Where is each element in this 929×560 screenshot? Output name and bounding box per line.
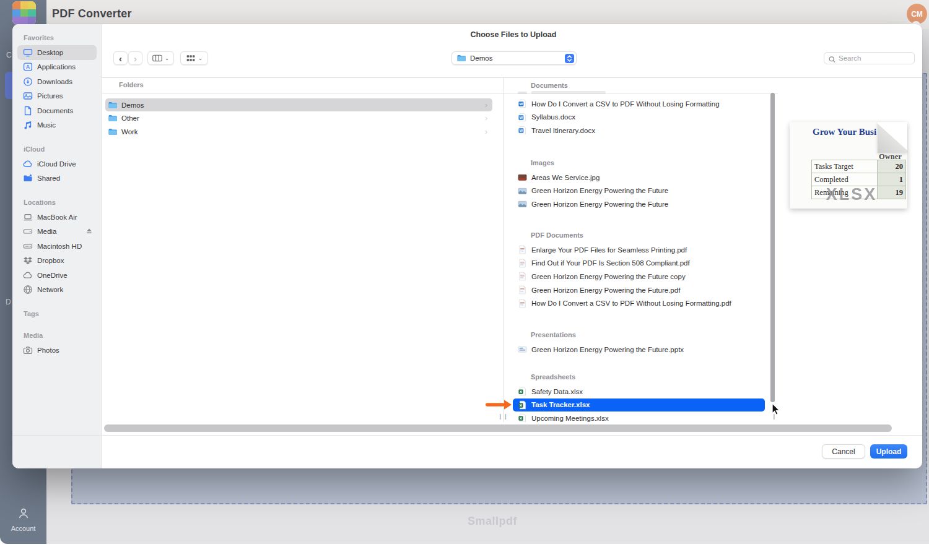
xlsx-watermark: XLSX [802,185,901,204]
sidebar-item-label: Music [37,121,97,129]
file-section-images: ImagesAreas We Service.jpgGreen Horizon … [503,159,778,212]
folder-row-work[interactable]: Work› [105,125,492,138]
thumbnail-table-row: Completed1 [812,173,906,186]
pdf-file-icon [518,285,527,295]
file-name: Syllabus.docx [531,113,575,121]
group-by-button[interactable]: ⌄ [180,51,208,65]
sidebar-item-pictures[interactable]: Pictures [17,89,97,104]
folder-row-demos[interactable]: Demos› [105,98,492,111]
file-section-header: Images [531,159,554,166]
word-file-icon: W [518,113,527,122]
internal-drive-icon [23,241,33,251]
excel-file-icon [518,400,527,410]
file-row[interactable]: Green Horizon Energy Powering the Future [513,197,765,210]
file-row[interactable]: Upcoming Meetings.xlsx [513,411,765,422]
pdf-file-icon [518,272,527,281]
occluded-text-fragment: D [6,298,11,306]
chevron-right-icon: › [485,114,487,123]
chevron-down-icon: ⌄ [198,55,203,61]
file-row[interactable]: Green Horizon Energy Powering the Future… [513,283,765,296]
sidebar-item-label: Dropbox [37,257,97,264]
file-row[interactable]: Green Horizon Energy Powering the Future [513,184,765,197]
pdf-file-icon [518,259,527,268]
sidebar-group-header: Tags [12,310,102,319]
file-row[interactable]: Areas We Service.jpg [513,171,765,184]
photos-camera-icon [23,345,33,355]
shared-folder-icon [23,173,33,183]
mouse-cursor-icon [772,403,780,415]
file-section-documents: DocumentsWHow Do I Convert a CSV to PDF … [503,82,778,139]
back-button[interactable]: ‹ [113,51,128,65]
file-row[interactable]: Green Horizon Energy Powering the Future… [513,343,765,356]
horizontal-scrollbar[interactable] [104,424,892,432]
dropdown-stepper-icon[interactable] [565,54,574,63]
file-section-pdf-documents: PDF DocumentsEnlarge Your PDF Files for … [503,231,778,312]
upload-button[interactable]: Upload [870,444,907,459]
sidebar-item-desktop[interactable]: Desktop [17,45,97,60]
person-icon [16,512,31,523]
sidebar-item-label: iCloud Drive [37,160,97,168]
sidebar-item-shared[interactable]: Shared [17,171,97,186]
cancel-button[interactable]: Cancel [822,444,865,459]
vertical-scrollbar[interactable] [770,93,775,402]
sidebar-item-label: Documents [37,107,97,114]
file-row[interactable]: Safety Data.xlsx [513,385,765,398]
file-row[interactable]: Task Tracker.xlsx [513,398,765,411]
sidebar-item-onedrive[interactable]: OneDrive [17,268,97,283]
file-row[interactable]: WHow Do I Convert a CSV to PDF Without L… [513,97,765,110]
file-name: Upcoming Meetings.xlsx [531,415,609,422]
sidebar-group-header: Favorites [12,34,102,43]
chevron-down-icon: ⌄ [165,55,170,61]
sidebar-item-network[interactable]: Network [17,283,97,298]
file-list-column: DocumentsWHow Do I Convert a CSV to PDF … [503,78,778,422]
sidebar-item-photos[interactable]: Photos [17,343,97,358]
file-row[interactable]: Enlarge Your PDF Files for Seamless Prin… [513,243,765,256]
icloud-drive-icon [23,159,33,169]
downloads-icon [23,77,33,87]
pictures-icon [23,91,33,101]
sidebar-group-header: Media [12,332,102,340]
sidebar-item-label: OneDrive [37,272,97,279]
account-button[interactable]: Account [0,506,46,532]
folder-row-other[interactable]: Other› [105,112,492,125]
sidebar-item-media[interactable]: Media [17,225,97,239]
sidebar-item-macbook-air[interactable]: MacBook Air [17,210,97,225]
sidebar-group-header: Locations [12,199,102,207]
sidebar-item-label: Network [37,286,97,293]
sidebar-item-macintosh-hd[interactable]: Macintosh HD [17,239,97,254]
sidebar-item-documents[interactable]: Documents [17,103,97,118]
column-view-button[interactable]: ⌄ [147,51,174,65]
smallpdf-watermark: Smallpdf [430,515,554,528]
forward-button[interactable]: › [128,51,142,65]
search-field[interactable] [824,52,915,64]
thumbnail-table-row: Tasks Target20 [812,160,906,173]
occluded-text-fragment: C [6,51,12,59]
svg-text:W: W [519,101,523,106]
search-icon [828,54,836,62]
file-row[interactable]: How Do I Convert a CSV to PDF Without Lo… [513,297,765,310]
eject-icon[interactable] [84,226,94,236]
file-row[interactable]: WTravel Itinerary.docx [513,124,765,137]
onedrive-icon [23,270,33,280]
folder-name: Work [121,128,481,136]
excel-file-icon [518,413,527,422]
file-row[interactable]: WSyllabus.docx [513,111,765,124]
file-name: Safety Data.xlsx [531,388,583,395]
folder-icon [456,53,466,63]
file-name: How Do I Convert a CSV to PDF Without Lo… [531,100,720,108]
folder-icon [108,100,118,110]
sidebar-item-dropbox[interactable]: Dropbox [17,254,97,269]
location-dropdown[interactable]: Demos [451,51,577,65]
sidebar-item-applications[interactable]: AApplications [17,60,97,75]
file-name: Green Horizon Energy Powering the Future… [531,273,686,280]
network-globe-icon [23,285,33,295]
file-row[interactable]: Find Out if Your PDF Is Section 508 Comp… [513,257,765,270]
file-name: Task Tracker.xlsx [531,401,590,408]
sidebar-item-label: Pictures [37,92,97,100]
file-row[interactable]: Green Horizon Energy Powering the Future… [513,270,765,283]
sidebar-item-icloud-drive[interactable]: iCloud Drive [17,157,97,171]
sidebar-item-downloads[interactable]: Downloads [17,74,97,89]
search-input[interactable] [839,54,910,62]
sidebar-item-music[interactable]: Music [17,118,97,133]
folder-icon [108,113,118,123]
